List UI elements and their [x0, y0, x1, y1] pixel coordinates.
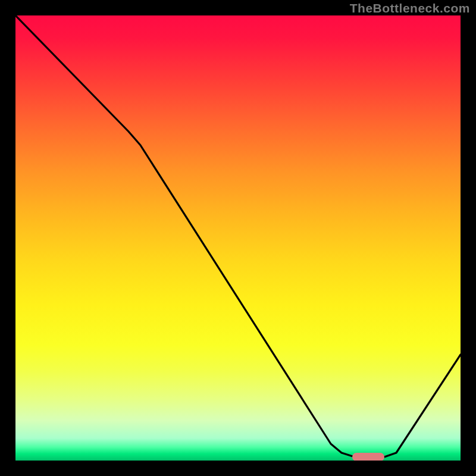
chart-stage: TheBottleneck.com — [0, 0, 476, 476]
plot-area — [15, 15, 461, 461]
optimal-range-marker — [352, 453, 384, 461]
bottleneck-curve — [15, 15, 461, 461]
curve-line — [15, 15, 461, 457]
watermark-text: TheBottleneck.com — [350, 1, 470, 15]
